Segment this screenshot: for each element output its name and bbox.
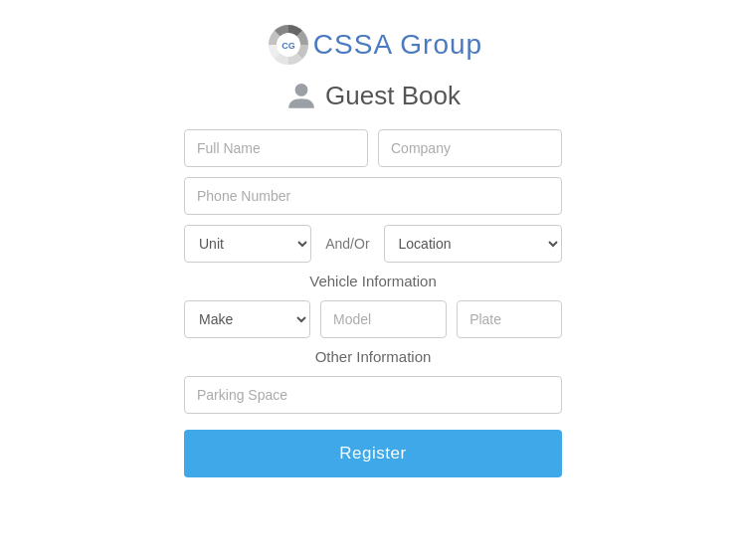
form-container: CG CSSA Group Guest Book Unit A	[184, 20, 562, 477]
phone-row	[184, 177, 562, 215]
phone-input[interactable]	[184, 177, 562, 215]
vehicle-section-label: Vehicle Information	[184, 273, 562, 290]
logo-section: CG CSSA Group	[264, 20, 482, 70]
person-icon	[285, 80, 317, 111]
plate-input[interactable]	[457, 300, 562, 338]
svg-text:CG: CG	[281, 41, 295, 51]
page-title: Guest Book	[325, 81, 461, 111]
form-fields: Unit And/Or Location Vehicle Information…	[184, 129, 562, 477]
make-select-wrapper: Make	[184, 300, 310, 338]
location-select-wrapper: Location	[384, 225, 562, 263]
model-input[interactable]	[320, 300, 447, 338]
unit-select-wrapper: Unit	[184, 225, 311, 263]
unit-location-row: Unit And/Or Location	[184, 225, 562, 263]
full-name-input[interactable]	[184, 129, 368, 167]
model-input-wrapper	[320, 300, 447, 338]
cssa-logo-icon: CG	[264, 20, 313, 70]
location-select[interactable]: Location	[384, 225, 562, 263]
other-section-label-wrapper: Other Information	[184, 348, 562, 366]
register-button[interactable]: Register	[184, 430, 562, 477]
plate-input-wrapper	[457, 300, 562, 338]
page-title-section: Guest Book	[285, 80, 461, 111]
vehicle-row: Make	[184, 300, 562, 338]
parking-row	[184, 376, 562, 414]
parking-input[interactable]	[184, 376, 562, 414]
company-input[interactable]	[378, 129, 562, 167]
name-company-row	[184, 129, 562, 167]
unit-select[interactable]: Unit	[184, 225, 311, 263]
brand-name: CSSA Group	[313, 29, 482, 61]
svg-point-2	[295, 84, 308, 96]
make-select[interactable]: Make	[184, 300, 310, 338]
and-or-label: And/Or	[321, 236, 373, 252]
